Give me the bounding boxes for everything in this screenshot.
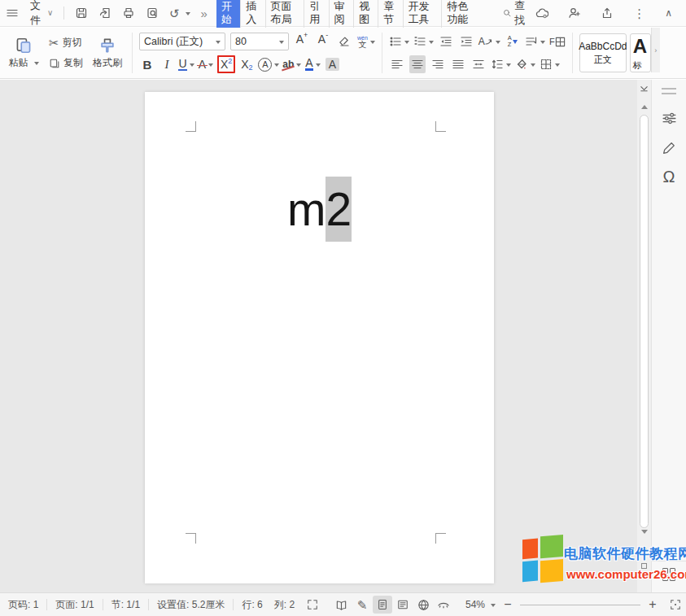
main-menu-button[interactable] (0, 0, 24, 27)
print-button[interactable] (120, 0, 138, 27)
styles-gallery-more-button[interactable]: › (651, 28, 660, 72)
format-painter-button[interactable]: 格式刷 (90, 31, 125, 75)
paste-button[interactable]: 粘贴 (5, 31, 42, 75)
borders-icon (540, 58, 553, 71)
zoom-in-button[interactable]: + (645, 597, 660, 612)
undo-icon: ↺ (169, 7, 180, 20)
show-marks-button[interactable] (525, 33, 545, 50)
panel-drag-handle[interactable] (662, 88, 676, 94)
tab-page-layout[interactable]: 页面布局 (265, 0, 304, 28)
fullscreen-button[interactable] (303, 596, 321, 614)
clear-format-button[interactable] (336, 33, 352, 50)
highlight-color-button[interactable]: ab (282, 55, 301, 73)
align-center-button[interactable] (409, 55, 426, 73)
properties-pane-button[interactable] (658, 106, 680, 130)
character-shading-button[interactable]: A (324, 55, 340, 73)
line-spacing-button[interactable] (491, 55, 511, 73)
write-mode-button[interactable]: ✎ (352, 596, 371, 614)
more-commands-button[interactable]: » (199, 0, 210, 27)
zoom-level-select[interactable]: 54% (465, 599, 496, 610)
chevron-down-icon: ∨ (47, 9, 53, 17)
copy-button[interactable]: 复制 (49, 56, 83, 70)
bold-button[interactable]: B (139, 55, 155, 73)
font-size-select[interactable]: 80 (230, 33, 289, 50)
outline-view-button[interactable] (394, 596, 413, 614)
previous-page-button[interactable] (637, 544, 651, 555)
borders-button[interactable] (540, 55, 560, 73)
find-button[interactable]: 查找 (503, 0, 530, 28)
export-pdf-button[interactable] (96, 0, 114, 27)
pinyin-guide-button[interactable]: wén 文 (357, 33, 375, 50)
document-canvas: m2 Ω (0, 80, 686, 592)
text-direction-button[interactable]: A (478, 33, 500, 50)
font-color-button[interactable]: A (304, 55, 321, 73)
more-options-button[interactable]: ⋮ (627, 0, 651, 27)
document-page[interactable]: m2 (145, 92, 494, 583)
borders-dropdown-arrow (555, 63, 560, 69)
paste-label: 粘贴 (9, 56, 28, 70)
tab-view[interactable]: 视图 (353, 0, 378, 28)
tab-home[interactable]: 开始 (216, 0, 240, 28)
undo-button[interactable]: ↺ (167, 0, 193, 27)
align-left-button[interactable] (389, 55, 405, 73)
scroll-up-button[interactable] (637, 99, 651, 111)
numbered-list-button[interactable] (413, 33, 434, 50)
share-button[interactable] (595, 0, 619, 27)
file-menu[interactable]: 文件 ∨ (24, 0, 59, 27)
tab-developer[interactable]: 开发工具 (403, 0, 442, 28)
collapse-ribbon-button[interactable]: ∧ (659, 0, 678, 27)
increase-font-size-button[interactable]: A+ (294, 33, 310, 50)
superscript-button[interactable]: X2 (217, 55, 235, 73)
document-text-line[interactable]: m2 (145, 177, 494, 242)
eye-protect-button[interactable] (435, 596, 453, 614)
status-page-count: 页面: 1/1 (47, 599, 103, 610)
style-normal[interactable]: AaBbCcDd 正文 (579, 33, 627, 72)
read-mode-button[interactable] (332, 596, 351, 614)
increase-indent-button[interactable] (458, 33, 474, 50)
style-heading[interactable]: A 标 (630, 33, 651, 72)
web-layout-button[interactable] (414, 596, 433, 614)
decrease-font-size-button[interactable]: A- (315, 33, 331, 50)
ruler-toggle-button[interactable] (637, 82, 651, 94)
fit-page-button[interactable] (666, 596, 685, 614)
font-family-select[interactable]: Calibri (正文) (139, 33, 225, 50)
select-browse-object-button[interactable] (637, 560, 651, 571)
subscript-button[interactable]: X2 (238, 55, 255, 73)
tab-insert[interactable]: 插入 (240, 0, 264, 28)
page-view-button[interactable] (373, 596, 391, 614)
decrease-indent-button[interactable] (438, 33, 454, 50)
manuscript-grid-button[interactable]: F (549, 33, 566, 50)
symbols-pane-button[interactable]: Ω (658, 164, 680, 189)
align-right-button[interactable] (430, 55, 446, 73)
distribute-button[interactable] (470, 55, 487, 73)
scroll-down-button[interactable] (637, 527, 651, 539)
bullet-list-dropdown-arrow (404, 41, 409, 46)
text-effects-button[interactable]: A (258, 55, 279, 73)
justify-button[interactable] (450, 55, 466, 73)
print-preview-button[interactable] (143, 0, 161, 27)
tab-section[interactable]: 章节 (378, 0, 402, 28)
zoom-slider[interactable] (520, 605, 640, 605)
zoom-out-button[interactable]: − (500, 597, 515, 612)
ink-pen-pane-button[interactable] (658, 135, 680, 159)
cut-button[interactable]: ✂ 剪切 (49, 36, 83, 50)
strikethrough-button[interactable]: A (198, 55, 214, 73)
font-group: Calibri (正文) 80 A+ A- (134, 28, 380, 78)
save-button[interactable] (72, 0, 90, 27)
vertical-scrollbar[interactable] (637, 80, 651, 592)
margin-crop-mark (186, 121, 196, 132)
underline-button[interactable]: U (178, 55, 194, 73)
italic-button[interactable]: I (159, 55, 175, 73)
bullet-list-button[interactable] (389, 33, 409, 50)
tab-references[interactable]: 引用 (304, 0, 328, 28)
invite-collaborator-button[interactable] (562, 0, 587, 27)
tab-review[interactable]: 审阅 (329, 0, 353, 28)
scrollbar-thumb[interactable] (640, 115, 649, 528)
arrow-down-icon (641, 530, 648, 537)
tab-special-features[interactable]: 特色功能 (441, 0, 480, 28)
cloud-sync-button[interactable] (530, 0, 554, 27)
shading-button[interactable] (515, 55, 535, 73)
eye-icon (437, 598, 450, 611)
app-grid-button[interactable] (662, 568, 675, 581)
sort-button[interactable]: AZ (505, 33, 521, 50)
